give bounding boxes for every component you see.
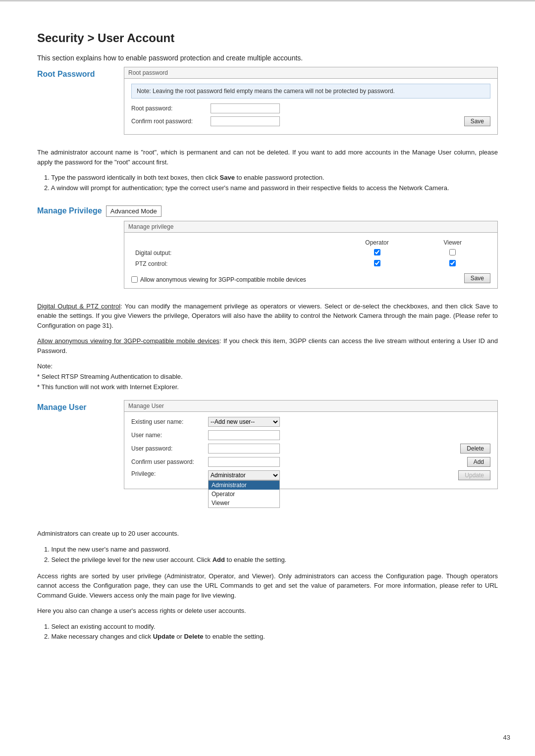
anon-viewing-label: Allow anonymous viewing for 3GPP-compati… bbox=[140, 276, 306, 283]
viewer-col-header: Viewer bbox=[415, 238, 490, 248]
digital-output-label: Digital output: bbox=[131, 248, 339, 258]
user-name-label: User name: bbox=[131, 432, 208, 439]
dropdown-administrator[interactable]: Administrator bbox=[209, 481, 279, 490]
user-password-input[interactable] bbox=[208, 444, 280, 454]
root-password-label: Root password: bbox=[131, 105, 211, 112]
manage-privilege-section-header: Manage Privilege Advanced Mode bbox=[37, 205, 498, 217]
manage-user-heading: Manage User bbox=[37, 400, 124, 412]
page-number: 43 bbox=[503, 734, 510, 741]
root-password-note: Note: Leaving the root password field em… bbox=[131, 84, 490, 99]
manage-user-list-item-2: 2. Select the privilege level for the ne… bbox=[44, 555, 498, 565]
dropdown-operator[interactable]: Operator bbox=[209, 490, 279, 499]
root-password-heading: Root Password bbox=[37, 70, 124, 79]
add-button[interactable]: Add bbox=[467, 457, 490, 467]
manage-user-list2-item-2: 2. Make necessary changes and click Upda… bbox=[44, 632, 498, 642]
confirm-user-password-label: Confirm user password: bbox=[131, 458, 208, 465]
note-item-1: * Select RTSP Streaming Authentication t… bbox=[37, 372, 498, 382]
confirm-root-password-row: Confirm root password: Save bbox=[131, 116, 490, 126]
privilege-select[interactable]: Administrator Operator Viewer bbox=[208, 470, 280, 480]
delete-button[interactable]: Delete bbox=[460, 444, 490, 454]
manage-user-list-1: 1. Input the new user's name and passwor… bbox=[44, 545, 498, 565]
digital-output-ptz-underline: Digital Output & PTZ control bbox=[37, 302, 120, 310]
privilege-body-para-1: Digital Output & PTZ control: You can mo… bbox=[37, 302, 498, 331]
existing-user-select[interactable]: --Add new user-- bbox=[208, 417, 280, 427]
note-item-2: * This function will not work with Inter… bbox=[37, 382, 498, 393]
privilege-label: Privilege: bbox=[131, 470, 208, 477]
page-title: Security > User Account bbox=[37, 31, 498, 45]
ptz-control-label: PTZ control: bbox=[131, 258, 339, 269]
manage-user-panel-title: Manage User bbox=[124, 401, 497, 412]
manage-user-para-2: Here you also can change a user's access… bbox=[37, 606, 498, 616]
anon-viewing-row: Allow anonymous viewing for 3GPP-compati… bbox=[131, 276, 306, 283]
digital-output-operator-checkbox[interactable] bbox=[374, 249, 380, 255]
operator-col-header: Operator bbox=[339, 238, 415, 248]
table-row: Digital output: bbox=[131, 248, 490, 258]
existing-user-select-container: --Add new user-- bbox=[208, 417, 280, 427]
note-heading: Note: bbox=[37, 361, 498, 372]
confirm-root-password-label: Confirm root password: bbox=[131, 118, 211, 125]
manage-privilege-panel-title: Manage privilege bbox=[124, 221, 497, 233]
manage-user-list-item-1: 1. Input the new user's name and passwor… bbox=[44, 545, 498, 555]
root-password-input[interactable] bbox=[211, 103, 280, 113]
advanced-mode-badge[interactable]: Advanced Mode bbox=[106, 205, 161, 217]
ptz-control-operator-checkbox[interactable] bbox=[374, 260, 380, 266]
root-password-row: Root password: bbox=[131, 103, 490, 113]
privilege-dropdown-list: Administrator Operator Viewer bbox=[208, 480, 280, 508]
digital-output-viewer-checkbox[interactable] bbox=[449, 249, 456, 255]
manage-user-list-2: 1. Select an existing account to modify.… bbox=[44, 622, 498, 643]
existing-user-row: Existing user name: --Add new user-- bbox=[131, 417, 490, 427]
existing-user-label: Existing user name: bbox=[131, 418, 208, 425]
user-name-input[interactable] bbox=[208, 430, 280, 440]
confirm-root-password-input[interactable] bbox=[211, 116, 280, 126]
root-password-panel: Root password Note: Leaving the root pas… bbox=[124, 67, 498, 135]
body-para-1: The administrator account name is "root"… bbox=[37, 148, 498, 167]
manage-user-list2-item-1: 1. Select an existing account to modify. bbox=[44, 622, 498, 632]
privilege-body-para-2: Allow anonymous viewing for 3GPP-compati… bbox=[37, 336, 498, 355]
user-name-row: User name: bbox=[131, 430, 490, 440]
dropdown-viewer[interactable]: Viewer bbox=[209, 499, 279, 507]
privilege-row: Privilege: Administrator Operator Viewer… bbox=[131, 470, 490, 480]
root-password-panel-title: Root password bbox=[124, 67, 497, 79]
body-list-item-1: 1. Type the password identically in both… bbox=[44, 173, 498, 183]
intro-text: This section explains how to enable pass… bbox=[37, 54, 498, 62]
privilege-table: Operator Viewer Digital output: bbox=[131, 238, 490, 269]
anon-viewing-checkbox[interactable] bbox=[131, 276, 138, 283]
confirm-user-password-input[interactable] bbox=[208, 457, 280, 467]
manage-privilege-heading: Manage Privilege bbox=[37, 206, 102, 215]
manage-user-intro: Administrators can create up to 20 user … bbox=[37, 529, 498, 539]
manage-privilege-panel: Manage privilege Operator Viewer bbox=[124, 221, 498, 289]
manage-privilege-save-button[interactable]: Save bbox=[464, 273, 490, 283]
update-button[interactable]: Update bbox=[458, 470, 490, 480]
body-list-1: 1. Type the password identically in both… bbox=[44, 173, 498, 194]
table-row: PTZ control: bbox=[131, 258, 490, 269]
anon-viewing-underline: Allow anonymous viewing for 3GPP-compati… bbox=[37, 337, 219, 345]
user-password-label: User password: bbox=[131, 445, 208, 452]
confirm-user-password-row: Confirm user password: Add bbox=[131, 457, 490, 467]
body-list-item-2: 2. A window will prompt for authenticati… bbox=[44, 183, 498, 194]
manage-user-panel: Manage User Existing user name: --Add ne… bbox=[124, 400, 498, 489]
ptz-control-viewer-checkbox[interactable] bbox=[449, 260, 456, 266]
user-password-row: User password: Delete bbox=[131, 444, 490, 454]
root-password-save-button[interactable]: Save bbox=[464, 116, 490, 126]
note-section: Note: * Select RTSP Streaming Authentica… bbox=[37, 361, 498, 392]
manage-user-section: Manage User Manage User Existing user na… bbox=[37, 400, 498, 489]
manage-user-para-1: Access rights are sorted by user privile… bbox=[37, 571, 498, 601]
